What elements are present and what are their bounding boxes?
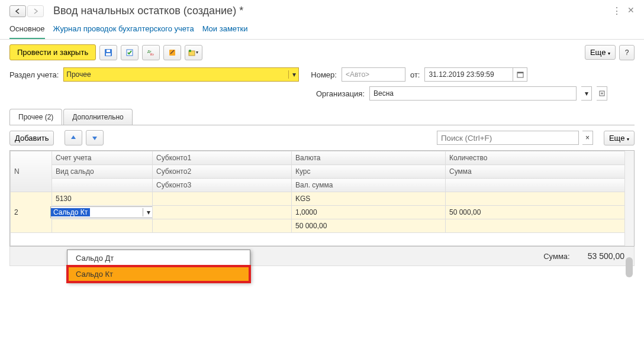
table-row: 50 000,00 <box>11 219 634 233</box>
col-valsum[interactable]: Вал. сумма <box>292 179 446 192</box>
col-n[interactable]: N <box>11 151 52 192</box>
col-saldo[interactable]: Вид сальдо <box>52 165 153 179</box>
move-up-icon[interactable] <box>65 130 82 145</box>
save-icon[interactable] <box>99 45 117 60</box>
dropdown-option-dt[interactable]: Сальдо Дт <box>67 250 250 266</box>
saldo-editor[interactable]: Сальдо Кт ▾ <box>50 206 154 218</box>
section-select[interactable]: Прочее ▾ <box>63 67 299 82</box>
org-field[interactable]: Весна <box>369 86 577 101</box>
svg-rect-2 <box>107 50 110 52</box>
number-field[interactable]: <Авто> <box>342 67 405 82</box>
attach-icon[interactable]: ▾ <box>185 45 202 60</box>
subnav-main[interactable]: Основное <box>9 24 45 39</box>
move-down-icon[interactable] <box>86 130 104 145</box>
date-field[interactable]: 31.12.2019 23:59:59 <box>424 67 513 82</box>
col-sum[interactable]: Сумма <box>446 165 634 179</box>
svg-rect-10 <box>517 72 523 73</box>
org-dropdown-icon[interactable]: ▾ <box>581 86 592 101</box>
tab-main[interactable]: Прочее (2) <box>9 109 62 125</box>
col-sub1[interactable]: Субконто1 <box>153 151 292 165</box>
add-button[interactable]: Добавить <box>9 131 54 145</box>
calendar-icon[interactable] <box>513 67 527 82</box>
svg-text:Кт: Кт <box>150 53 154 56</box>
grid-more-button[interactable]: Еще ▾ <box>604 131 635 145</box>
chevron-down-icon[interactable]: ▾ <box>288 70 296 79</box>
help-button[interactable]: ? <box>619 45 635 60</box>
scrollbar[interactable] <box>624 151 634 246</box>
from-label: от: <box>410 70 420 79</box>
section-label: Раздел учета: <box>9 70 59 79</box>
col-account[interactable]: Счет учета <box>52 151 153 165</box>
close-icon[interactable]: ✕ <box>627 5 635 17</box>
subnav-notes[interactable]: Мои заметки <box>202 24 248 33</box>
table-row: Сальдо Кт ▾ 1,0000 50 000,00 <box>11 206 634 219</box>
submit-close-button[interactable]: Провести и закрыть <box>9 44 96 60</box>
grid: N Счет учета Субконто1 Валюта Количество… <box>9 150 635 247</box>
table-row[interactable]: 2 5130 KGS <box>11 192 634 206</box>
notes-icon[interactable] <box>163 45 181 60</box>
col-sub2[interactable]: Субконто2 <box>153 165 292 179</box>
svg-rect-1 <box>106 53 111 56</box>
post-icon[interactable] <box>121 45 139 60</box>
org-open-icon[interactable] <box>597 86 607 101</box>
svg-point-8 <box>189 50 191 52</box>
org-label: Организация: <box>316 89 365 98</box>
tab-additional[interactable]: Дополнительно <box>63 109 132 125</box>
col-sub3[interactable]: Субконто3 <box>153 179 292 192</box>
col-qty[interactable]: Количество <box>446 151 634 165</box>
nav-forward-button[interactable] <box>27 5 44 17</box>
page-title: Ввод начальных остатков (создание) * <box>53 5 243 17</box>
footer-sum-value: 53 500,00 <box>588 251 624 261</box>
subnav-journal[interactable]: Журнал проводок бухгалтерского учета <box>53 24 194 33</box>
dropdown-option-kt[interactable]: Сальдо Кт <box>67 266 250 282</box>
kebab-menu-icon[interactable]: ⋮ <box>612 5 622 17</box>
search-input[interactable] <box>437 131 579 145</box>
footer-sum-label: Сумма: <box>543 252 569 261</box>
more-button[interactable]: Еще ▾ <box>585 45 616 60</box>
chevron-down-icon[interactable]: ▾ <box>143 208 153 216</box>
saldo-dropdown: Сальдо Дт Сальдо Кт <box>67 250 250 283</box>
number-label: Номер: <box>311 70 337 79</box>
col-currency[interactable]: Валюта <box>292 151 446 165</box>
dt-kt-icon[interactable]: ДтКт <box>142 45 160 60</box>
search-clear-icon[interactable]: × <box>582 131 593 145</box>
nav-back-button[interactable] <box>9 5 26 17</box>
col-rate[interactable]: Курс <box>292 165 446 179</box>
